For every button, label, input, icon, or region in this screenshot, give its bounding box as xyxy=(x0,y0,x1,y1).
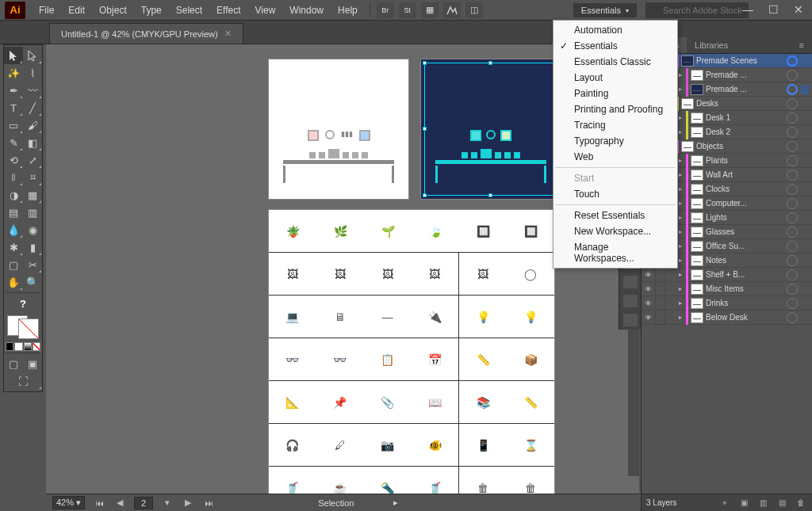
create-layer-icon[interactable]: ▤ xyxy=(776,498,788,509)
menu-select[interactable]: Select xyxy=(169,2,209,19)
make-clipping-mask-icon[interactable]: ▣ xyxy=(737,498,750,509)
workspace-web[interactable]: Web xyxy=(553,149,677,165)
free-transform-tool[interactable]: ⌗ xyxy=(23,169,42,186)
menu-help[interactable]: Help xyxy=(331,2,365,19)
prev-artboard-button[interactable]: ◀ xyxy=(113,498,126,508)
fill-stroke-swatch[interactable] xyxy=(6,314,40,341)
gradient-tool[interactable]: ▥ xyxy=(23,204,42,221)
width-tool[interactable]: ⫴ xyxy=(4,169,23,186)
zoom-tool[interactable]: 🔍 xyxy=(23,273,42,291)
shaper-tool[interactable]: ✎ xyxy=(4,134,23,151)
tab-libraries[interactable]: Libraries xyxy=(687,37,736,53)
last-artboard-button[interactable]: ⏭ xyxy=(202,498,215,508)
target-icon[interactable] xyxy=(787,241,798,252)
document-tab[interactable]: Untitled-1 @ 42% (CMYK/GPU Preview) ✕ xyxy=(49,23,243,44)
canvas-area[interactable]: ▮▮▮ 🪴🌿🌱🍃🔲🔲🖼🖼🖼🖼🖼◯💻🖥—🔌💡💡👓👓📋📅� xyxy=(46,44,639,494)
artboard-number-input[interactable]: 2 xyxy=(134,497,153,509)
lock-toggle[interactable] xyxy=(656,311,665,325)
next-artboard-button[interactable]: ▶ xyxy=(182,498,194,508)
status-dropdown[interactable]: ▸ xyxy=(393,498,398,508)
target-icon[interactable] xyxy=(787,112,798,124)
gradient-swatch[interactable] xyxy=(24,342,32,351)
draw-behind-mode[interactable]: ▣ xyxy=(23,355,42,372)
draw-normal-mode[interactable]: ▢ xyxy=(4,355,23,372)
share-icon[interactable]: ◫ xyxy=(465,2,483,18)
workspace-reset-essentials[interactable]: Reset Essentials xyxy=(553,208,677,223)
blend-tool[interactable]: ◉ xyxy=(23,221,42,238)
shape-builder-tool[interactable]: ◑ xyxy=(4,186,23,204)
target-icon[interactable] xyxy=(787,141,798,152)
screen-mode[interactable]: ⛶ xyxy=(4,372,42,390)
perspective-grid-tool[interactable]: ▦ xyxy=(23,186,42,204)
menu-view[interactable]: View xyxy=(248,2,283,19)
scale-tool[interactable]: ⤢ xyxy=(23,151,42,169)
target-icon[interactable] xyxy=(787,198,798,209)
rectangle-tool[interactable]: ▭ xyxy=(4,116,23,134)
eraser-tool[interactable]: ◧ xyxy=(23,134,42,151)
artboard-tool[interactable]: ▢ xyxy=(4,256,23,273)
workspace-painting[interactable]: Painting xyxy=(553,86,677,101)
workspace-typography[interactable]: Typography xyxy=(553,133,677,149)
menu-file[interactable]: File xyxy=(32,2,61,19)
layer-row[interactable]: ▸ Misc Items xyxy=(642,282,812,296)
selection-tool[interactable] xyxy=(4,47,23,64)
workspace-touch[interactable]: Touch xyxy=(553,186,677,202)
zoom-select[interactable]: 42% ▾ xyxy=(52,496,85,509)
panel-menu-icon[interactable]: ≡ xyxy=(795,37,809,53)
target-icon[interactable] xyxy=(787,70,798,81)
color-swatch[interactable] xyxy=(6,342,13,351)
visibility-toggle[interactable] xyxy=(642,311,656,325)
visibility-toggle[interactable] xyxy=(642,282,656,296)
menu-edit[interactable]: Edit xyxy=(61,2,92,19)
curvature-tool[interactable]: 〰 xyxy=(23,82,42,99)
stock-icon[interactable]: St xyxy=(399,2,416,18)
pen-tool[interactable]: ✒ xyxy=(4,82,23,99)
workspace-printing-and-proofing[interactable]: Printing and Proofing xyxy=(553,101,677,117)
target-icon[interactable] xyxy=(787,284,798,295)
target-icon[interactable] xyxy=(787,55,798,67)
gpu-icon[interactable] xyxy=(443,2,461,18)
lasso-tool[interactable]: ⌇ xyxy=(23,64,42,82)
search-adobe-stock-input[interactable] xyxy=(645,2,749,18)
rotate-tool[interactable]: ⟲ xyxy=(4,151,23,169)
menu-window[interactable]: Window xyxy=(282,2,331,19)
symbol-sprayer-tool[interactable]: ✱ xyxy=(4,238,23,256)
artboard-2[interactable] xyxy=(420,59,561,200)
panel-icon[interactable] xyxy=(623,314,638,326)
color-swatch[interactable] xyxy=(14,342,22,351)
panel-icon[interactable] xyxy=(623,295,638,307)
close-tab-icon[interactable]: ✕ xyxy=(224,29,232,39)
hand-tool[interactable]: ✋ xyxy=(4,273,23,291)
workspace-essentials-classic[interactable]: Essentials Classic xyxy=(553,54,677,70)
target-icon[interactable] xyxy=(787,255,798,266)
target-icon[interactable] xyxy=(787,298,798,309)
type-tool[interactable]: T xyxy=(4,99,23,116)
lock-toggle[interactable] xyxy=(656,296,665,311)
arrange-documents-icon[interactable]: ▦ xyxy=(421,2,439,18)
workspace-new-workspace-[interactable]: New Workspace... xyxy=(553,223,677,239)
column-graph-tool[interactable]: ▮ xyxy=(23,238,42,256)
visibility-toggle[interactable] xyxy=(642,296,656,311)
menu-type[interactable]: Type xyxy=(134,2,169,19)
target-icon[interactable] xyxy=(787,184,798,195)
expand-toggle[interactable]: ▸ xyxy=(675,314,686,321)
maximize-button[interactable]: ☐ xyxy=(764,2,782,17)
unknown-tool[interactable]: ? xyxy=(4,295,42,312)
target-icon[interactable] xyxy=(787,212,798,223)
visibility-toggle[interactable] xyxy=(642,268,656,282)
panel-icon[interactable] xyxy=(623,276,638,288)
expand-toggle[interactable]: ▸ xyxy=(675,271,686,278)
target-icon[interactable] xyxy=(787,170,798,181)
layer-row[interactable]: ▸ Drinks xyxy=(642,296,812,311)
artboard-1[interactable]: ▮▮▮ xyxy=(268,59,409,200)
lock-toggle[interactable] xyxy=(656,268,665,282)
artboard-catalog[interactable]: 🪴🌿🌱🍃🔲🔲🖼🖼🖼🖼🖼◯💻🖥—🔌💡💡👓👓📋📅📏📦📐📌📎📖📚📏🎧🖊📷🐠📱⌛🥤☕🔦🥤… xyxy=(268,209,555,494)
expand-toggle[interactable]: ▸ xyxy=(675,285,686,292)
target-icon[interactable] xyxy=(787,84,798,95)
mesh-tool[interactable]: ▤ xyxy=(4,204,23,221)
workspace-manage-workspaces-[interactable]: Manage Workspaces... xyxy=(553,239,677,266)
workspace-switcher[interactable]: Essentials ▾ xyxy=(573,2,638,18)
layer-row[interactable]: ▸ Shelf + B... xyxy=(642,268,812,282)
target-icon[interactable] xyxy=(787,227,798,238)
menu-object[interactable]: Object xyxy=(92,2,134,19)
